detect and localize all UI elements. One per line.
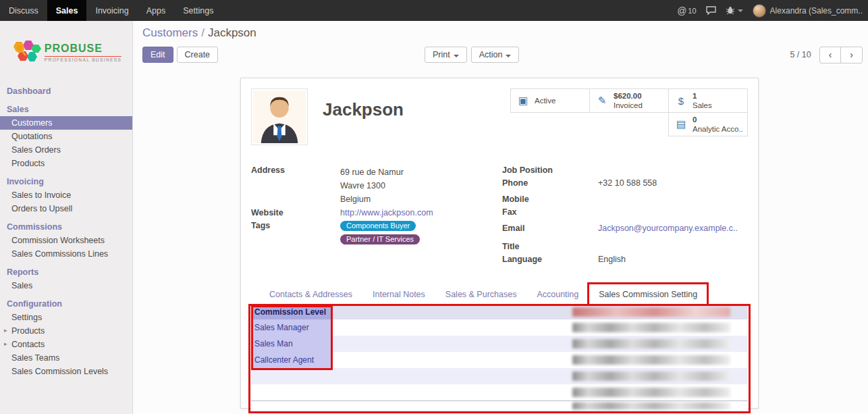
phone-value: +32 10 588 558 — [598, 178, 657, 189]
website-label: Website — [251, 208, 340, 219]
sidebar-nav: Dashboard Sales Customers Quotations Sal… — [0, 84, 132, 378]
email-label: Email — [502, 224, 598, 234]
breadcrumb-customers-link[interactable]: Customers — [142, 26, 198, 39]
app-logo[interactable]: PROBUSE PROFESSIONAL BUSINESS — [0, 21, 132, 83]
sidebar-item-reports-sales[interactable]: Sales — [0, 279, 132, 292]
sidebar-item-products[interactable]: Products — [0, 157, 132, 170]
menu-apps[interactable]: Apps — [138, 0, 175, 21]
sidebar-item-config-contacts[interactable]: ▸Contacts — [0, 338, 132, 351]
debug-caret-icon — [738, 9, 743, 12]
form-sheet: Jackpson ▣ Active ✎ $620.00 Invoiced — [240, 78, 759, 409]
debug-icon[interactable] — [726, 6, 743, 15]
sidebar-item-sales-teams[interactable]: Sales Teams — [0, 351, 132, 365]
sidebar-item-sales-commission-levels[interactable]: Sales Commission Levels — [0, 365, 132, 378]
sidebar-item-label: Products — [11, 326, 45, 336]
sidebar-item-orders-to-upsell[interactable]: Orders to Upsell — [0, 202, 132, 215]
edit-button[interactable]: Edit — [142, 47, 173, 63]
stat-button-invoiced[interactable]: ✎ $620.00 Invoiced — [589, 88, 669, 113]
menu-discuss[interactable]: Discuss — [0, 0, 47, 21]
sidebar-item-sales-to-invoice[interactable]: Sales to Invoice — [0, 188, 132, 202]
top-navbar: Discuss Sales Invoicing Apps Settings @ … — [0, 0, 868, 21]
topbar-right: @ 10 Alexandra (Sales_comm.. — [677, 0, 868, 21]
mention-count: 10 — [688, 7, 696, 15]
redacted-value — [572, 339, 730, 348]
email-link[interactable]: Jackpson@yourcompany.example.c.. — [598, 224, 738, 234]
sidebar-item-config-settings[interactable]: Settings — [0, 311, 132, 324]
action-dropdown-button[interactable]: Action — [471, 47, 520, 63]
sidebar-heading-configuration[interactable]: Configuration — [0, 297, 132, 311]
redacted-value — [572, 323, 730, 332]
table-row[interactable]: Sales Man — [251, 336, 748, 352]
app-window: Discuss Sales Invoicing Apps Settings @ … — [0, 0, 868, 414]
create-button[interactable]: Create — [177, 47, 219, 63]
stat-label: Active — [535, 96, 555, 105]
address-country: Belgium — [340, 192, 404, 206]
stat-value: $620.00 — [614, 91, 643, 101]
partner-header: Jackpson ▣ Active ✎ $620.00 Invoiced — [251, 88, 748, 147]
website-link[interactable]: http://www.jackpson.com — [340, 208, 433, 219]
tab-sales-purchases[interactable]: Sales & Purchases — [435, 284, 527, 305]
table-row[interactable]: Callcenter Agent — [251, 352, 748, 368]
menu-sales[interactable]: Sales — [47, 0, 87, 21]
pager-counter: 5 / 10 — [790, 50, 811, 59]
sidebar-heading-dashboard[interactable]: Dashboard — [0, 84, 132, 98]
sidebar-heading-reports[interactable]: Reports — [0, 265, 132, 279]
table-row[interactable]: Sales Manager — [251, 319, 748, 336]
stat-button-sales[interactable]: $ 1 Sales — [668, 88, 748, 113]
person-avatar-image — [253, 90, 306, 143]
commission-level-cell: Sales Man — [251, 336, 331, 352]
stat-button-analytic-accounts[interactable]: ▤ 0 Analytic Acco... — [668, 112, 748, 136]
pager-next-button[interactable]: › — [840, 47, 863, 63]
redacted-value — [572, 355, 730, 365]
menu-invoicing[interactable]: Invoicing — [86, 0, 137, 21]
partner-photo — [251, 88, 308, 145]
commission-level-cell: Callcenter Agent — [251, 352, 331, 368]
title-label: Title — [502, 242, 598, 253]
tab-sales-commission-setting[interactable]: Sales Commission Setting — [589, 284, 707, 305]
user-menu[interactable]: Alexandra (Sales_comm.. — [753, 4, 863, 18]
commission-level-column-header[interactable]: Commission Level — [251, 305, 331, 319]
tab-internal-notes[interactable]: Internal Notes — [362, 284, 435, 305]
redacted-value — [572, 402, 730, 409]
messages-icon[interactable] — [706, 6, 716, 15]
redacted-value — [572, 307, 730, 317]
tag-partner-it-services: Partner / IT Services — [340, 234, 420, 244]
partner-fields: Address 69 rue de Namur Wavre 1300 Belgi… — [251, 165, 748, 267]
tags-label: Tags — [251, 221, 340, 248]
pager: 5 / 10 ‹ › — [790, 47, 863, 63]
sidebar-heading-invoicing[interactable]: Invoicing — [0, 175, 132, 188]
language-label: Language — [502, 255, 598, 265]
notebook-tabs: Contacts & Addresses Internal Notes Sale… — [251, 284, 748, 305]
menu-settings[interactable]: Settings — [174, 0, 222, 21]
redacted-value — [572, 371, 730, 381]
print-dropdown-button[interactable]: Print — [425, 47, 467, 63]
table-header-row: Commission Level — [251, 305, 748, 319]
breadcrumb-current: Jackpson — [208, 26, 256, 39]
mentions-counter[interactable]: @ 10 — [677, 5, 696, 16]
sidebar-item-quotations[interactable]: Quotations — [0, 130, 132, 143]
commission-level-table: Commission Level Sales Manager Sales Man… — [251, 305, 748, 410]
table-footer-row — [251, 400, 748, 410]
partner-name: Jackpson — [323, 99, 404, 147]
sidebar-item-commission-worksheets[interactable]: Commission Worksheets — [0, 234, 132, 247]
redacted-value — [572, 388, 730, 397]
pager-previous-button[interactable]: ‹ — [819, 47, 842, 63]
sidebar-item-sales-orders[interactable]: Sales Orders — [0, 143, 132, 157]
sidebar-item-sales-commissions-lines[interactable]: Sales Commissions Lines — [0, 247, 132, 261]
sidebar-item-config-products[interactable]: ▸Products — [0, 324, 132, 338]
breadcrumb-separator: / — [201, 26, 205, 39]
phone-label: Phone — [502, 178, 598, 189]
stat-button-active[interactable]: ▣ Active — [510, 88, 590, 113]
tab-accounting[interactable]: Accounting — [526, 284, 589, 305]
active-toggle-icon: ▣ — [516, 95, 531, 107]
at-icon: @ — [677, 5, 686, 16]
mobile-label: Mobile — [502, 195, 598, 205]
language-value: English — [598, 255, 626, 265]
tab-contacts-addresses[interactable]: Contacts & Addresses — [259, 284, 362, 305]
sidebar-heading-commissions[interactable]: Commissions — [0, 220, 132, 234]
stat-value: 0 — [693, 115, 742, 124]
action-buttons: Print Action — [425, 47, 519, 63]
caret-down-icon — [454, 55, 459, 57]
sidebar-heading-sales[interactable]: Sales — [0, 103, 132, 116]
sidebar-item-customers[interactable]: Customers — [0, 116, 132, 130]
